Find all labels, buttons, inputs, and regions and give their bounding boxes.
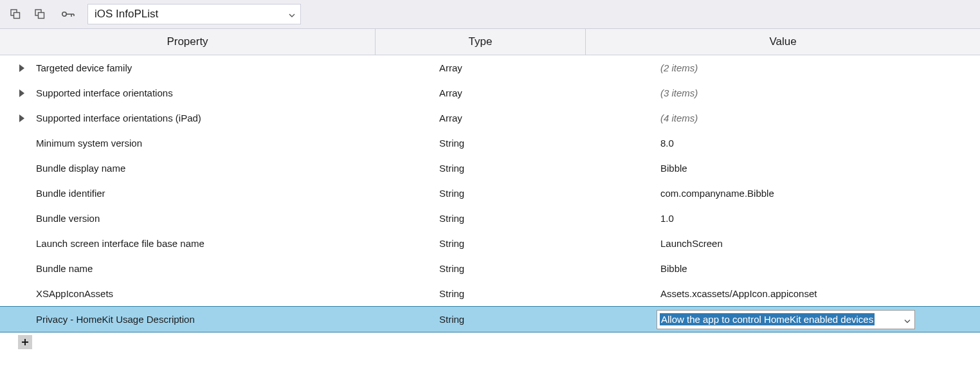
property-cell[interactable]: Launch screen interface file base name [0,231,411,256]
value-cell[interactable]: Bibble [649,256,980,281]
svg-rect-3 [39,13,44,19]
value-label: LaunchScreen [660,238,723,249]
expand-triangle-icon[interactable] [19,64,24,72]
property-label: Targeted device family [36,62,132,73]
type-cell[interactable]: String [411,131,649,156]
value-label: Assets.xcassets/AppIcon.appiconset [660,288,817,299]
property-label: Privacy - HomeKit Usage Description [36,314,195,325]
type-label: Array [439,113,462,123]
table-row[interactable]: Bundle identifierStringcom.companyname.B… [0,181,980,206]
table-row[interactable]: Minimum system versionString8.0 [0,131,980,156]
value-label: Bibble [660,263,687,274]
type-cell[interactable]: String [411,307,649,332]
table-row[interactable]: Bundle versionString1.0 [0,206,980,231]
table-row[interactable]: XSAppIconAssetsStringAssets.xcassets/App… [0,281,980,306]
type-label: Array [439,62,462,73]
table-row[interactable]: Privacy - HomeKit Usage DescriptionStrin… [0,306,980,332]
type-cell[interactable]: String [411,156,649,181]
value-label: (2 items) [660,62,698,73]
value-cell[interactable]: (3 items) [649,80,980,105]
property-label: Launch screen interface file base name [36,238,204,249]
add-row [0,332,980,352]
value-label: 1.0 [660,213,674,224]
value-cell[interactable]: LaunchScreen [649,231,980,256]
value-cell[interactable]: com.companyname.Bibble [649,181,980,206]
property-label: Supported interface orientations (iPad) [36,113,201,123]
header-property-label: Property [167,35,208,48]
property-label: XSAppIconAssets [36,288,113,299]
header-value-label: Value [769,35,796,48]
type-label: String [439,238,464,249]
type-cell[interactable]: Array [411,55,649,80]
value-cell[interactable]: (2 items) [649,55,980,80]
type-cell[interactable]: String [411,231,649,256]
value-cell[interactable]: (4 items) [649,105,980,131]
header-type[interactable]: Type [376,29,586,55]
type-cell[interactable]: String [411,181,649,206]
table-row[interactable]: Bundle nameStringBibble [0,256,980,281]
table-row[interactable]: Supported interface orientations (iPad)A… [0,105,980,131]
value-cell[interactable]: Bibble [649,156,980,181]
collapse-all-icon[interactable] [31,5,49,23]
property-cell[interactable]: Bundle identifier [0,181,411,206]
table-row[interactable]: Launch screen interface file base nameSt… [0,231,980,256]
value-label: (3 items) [660,87,698,98]
column-headers: Property Type Value [0,29,980,55]
type-label: String [439,213,464,224]
chevron-down-icon [289,8,295,21]
type-label: Array [439,87,462,98]
type-label: String [439,188,464,199]
type-cell[interactable]: String [411,206,649,231]
value-cell[interactable]: Assets.xcassets/AppIcon.appiconset [649,281,980,306]
property-label: Supported interface orientations [36,87,173,98]
type-cell[interactable]: String [411,256,649,281]
property-cell[interactable]: Supported interface orientations (iPad) [0,105,411,131]
type-label: String [439,288,464,299]
add-property-button[interactable] [18,335,32,349]
property-label: Bundle display name [36,163,125,174]
expand-all-icon[interactable] [6,5,24,23]
property-cell[interactable]: Supported interface orientations [0,80,411,105]
value-cell[interactable]: 8.0 [649,131,980,156]
type-label: String [439,138,464,149]
value-label: (4 items) [660,113,698,123]
property-cell[interactable]: XSAppIconAssets [0,281,411,306]
property-cell[interactable]: Bundle version [0,206,411,231]
value-editor[interactable]: Allow the app to control HomeKit enabled… [657,310,915,329]
header-value[interactable]: Value [586,29,980,55]
table-row[interactable]: Bundle display nameStringBibble [0,156,980,181]
property-cell[interactable]: Bundle display name [0,156,411,181]
value-editor-text: Allow the app to control HomeKit enabled… [660,313,875,325]
type-cell[interactable]: Array [411,105,649,131]
type-label: String [439,263,464,274]
chevron-down-icon[interactable] [904,314,911,325]
property-cell[interactable]: Minimum system version [0,131,411,156]
header-property[interactable]: Property [0,29,376,55]
svg-rect-0 [11,10,17,15]
scope-dropdown[interactable]: iOS InfoPList [87,4,301,24]
table-row[interactable]: Supported interface orientationsArray(3 … [0,80,980,105]
property-cell[interactable]: Privacy - HomeKit Usage Description [0,307,411,332]
value-label: Bibble [660,163,687,174]
expand-triangle-icon[interactable] [19,114,24,122]
scope-dropdown-label: iOS InfoPList [95,8,158,21]
type-label: String [439,163,464,174]
property-cell[interactable]: Targeted device family [0,55,411,80]
property-cell[interactable]: Bundle name [0,256,411,281]
type-cell[interactable]: Array [411,80,649,105]
svg-rect-1 [14,13,20,19]
property-label: Minimum system version [36,138,142,149]
svg-point-4 [62,12,66,16]
key-icon[interactable] [59,5,77,23]
svg-rect-2 [35,10,41,15]
expand-triangle-icon[interactable] [19,89,24,97]
value-label: com.companyname.Bibble [660,188,774,199]
type-label: String [439,314,464,325]
table-row[interactable]: Targeted device familyArray(2 items) [0,55,980,80]
property-label: Bundle identifier [36,188,105,199]
property-label: Bundle version [36,213,100,224]
value-cell[interactable]: Allow the app to control HomeKit enabled… [649,307,980,332]
value-cell[interactable]: 1.0 [649,206,980,231]
type-cell[interactable]: String [411,281,649,306]
plist-rows: Targeted device familyArray(2 items)Supp… [0,55,980,332]
